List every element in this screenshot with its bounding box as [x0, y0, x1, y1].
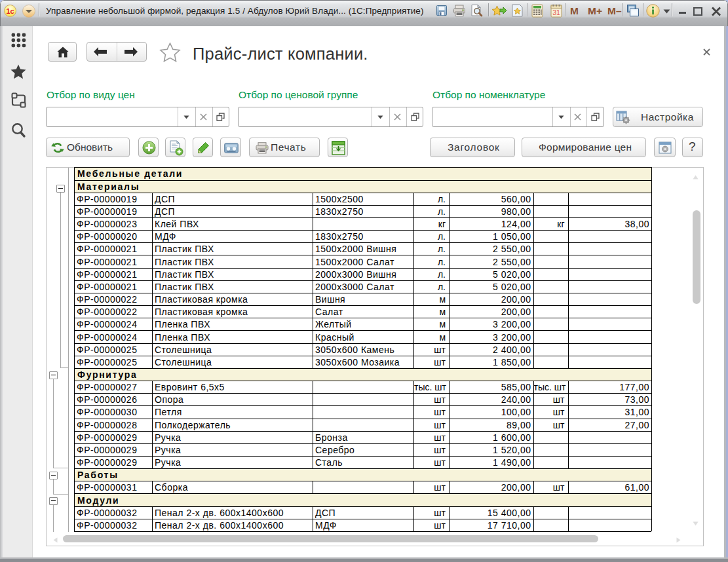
svg-text:31: 31 [552, 9, 560, 16]
svg-text:1с: 1с [6, 7, 14, 15]
